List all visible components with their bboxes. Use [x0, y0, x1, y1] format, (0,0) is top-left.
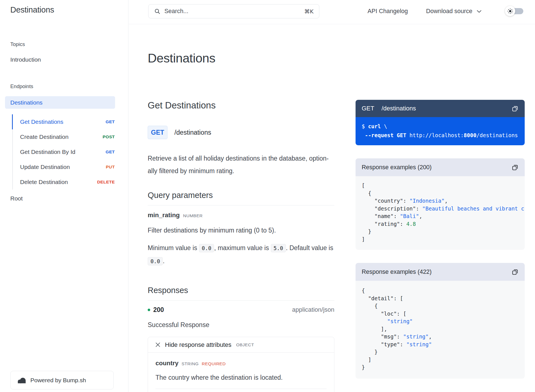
sidebar-api-title: Destinations: [10, 5, 54, 14]
search-bar[interactable]: ⌘K: [148, 4, 319, 18]
response-example-422-header: Response examples (422): [356, 263, 525, 281]
search-shortcut-hint: ⌘K: [304, 8, 313, 15]
method-badge: GET: [106, 149, 115, 154]
max-value-chip: 5.0: [271, 244, 286, 252]
powered-by-bump-link[interactable]: Powered by Bump.sh: [10, 371, 114, 389]
sidebar-item-get-destinations[interactable]: Get Destinations GET: [20, 114, 115, 129]
chevron-down-icon: [477, 10, 481, 13]
operation-endpoint: GET /destinations: [148, 126, 211, 139]
copy-icon[interactable]: [512, 105, 519, 112]
hide-response-attributes-toggle[interactable]: Hide response attributes OBJECT: [148, 337, 334, 353]
sidebar-item-root[interactable]: Root: [10, 195, 23, 202]
attribute-name: country: [155, 360, 179, 367]
attribute-type: STRING: [182, 361, 199, 366]
operation-title: Get Destinations: [148, 100, 216, 111]
section-divider: [148, 205, 334, 205]
method-badge-get: GET: [148, 126, 167, 139]
response-example-200-header: Response examples (200): [356, 158, 525, 176]
download-source-menu[interactable]: Download source: [426, 8, 481, 15]
curl-code-block: $ curl \ --request GET http://localhost:…: [356, 117, 525, 145]
response-example-200-panel: Response examples (200) [ { "country": "…: [356, 158, 525, 250]
attribute-required-badge: REQUIRED: [202, 361, 226, 366]
sidebar-item-update-destination[interactable]: Update Destination PUT: [20, 159, 115, 175]
response-example-200-code: [ { "country": "Indonesia", "description…: [356, 176, 525, 250]
query-parameters-heading: Query parameters: [148, 191, 213, 200]
sidebar-item-get-destination-by-id[interactable]: Get Destination By Id GET: [20, 144, 115, 159]
attribute-country: country STRING REQUIRED The country wher…: [148, 353, 334, 389]
search-icon: [154, 8, 160, 14]
search-input[interactable]: [164, 8, 300, 15]
sidebar-section-endpoints: Endpoints: [10, 83, 33, 89]
sidebar: Destinations Topics Introduction Endpoin…: [0, 0, 128, 392]
sidebar-item-delete-destination[interactable]: Delete Destination DELETE: [20, 175, 115, 190]
sidebar-item-label: Destinations: [10, 99, 43, 106]
sidebar-endpoint-list: Get Destinations GET Create Destination …: [20, 114, 115, 190]
response-example-422-code: { "detail": [ { "loc": [ "string" ], "ms…: [356, 281, 525, 379]
parameter-description: Filter destinations by minimum rating (0…: [148, 227, 276, 234]
curl-example-panel: GET /destinations $ curl \ --request GET…: [356, 100, 525, 145]
schema-type: OBJECT: [236, 342, 254, 347]
responses-heading: Responses: [148, 286, 188, 295]
response-attributes-box: Hide response attributes OBJECT country …: [148, 337, 334, 392]
method-badge: POST: [103, 134, 115, 139]
close-icon: [155, 342, 160, 347]
min-value-chip: 0.0: [199, 244, 214, 252]
sidebar-section-topics: Topics: [10, 41, 25, 47]
operation-description: Retrieve a list of all holiday destinati…: [148, 152, 340, 177]
content-type: application/json: [292, 306, 334, 313]
endpoint-rail-active-indicator: [12, 114, 13, 129]
response-example-422-panel: Response examples (422) { "detail": [ { …: [356, 263, 525, 379]
sidebar-item-destinations[interactable]: Destinations: [5, 96, 115, 109]
section-divider: [148, 300, 334, 301]
sun-icon: [507, 8, 513, 14]
attribute-description: The country where the destination is loc…: [155, 374, 327, 381]
response-description: Successful Response: [148, 321, 209, 329]
page-title: Destinations: [148, 51, 215, 66]
header-divider: [129, 24, 535, 24]
default-value-chip: 0.0: [148, 257, 163, 265]
endpoint-path: /destinations: [174, 129, 211, 136]
theme-toggle[interactable]: [505, 6, 515, 16]
status-success-dot: [148, 309, 150, 311]
parameter-type: NUMBER: [183, 213, 203, 218]
curl-method: GET: [362, 105, 374, 112]
api-changelog-link[interactable]: API Changelog: [368, 8, 408, 15]
copy-icon[interactable]: [512, 164, 519, 171]
bump-logo-icon: [18, 377, 26, 383]
method-badge: PUT: [106, 164, 115, 170]
status-code: 200: [153, 306, 164, 314]
copy-icon[interactable]: [512, 268, 519, 275]
parameter-constraints: Minimum value is 0.0, maximum value is 5…: [148, 241, 337, 268]
method-badge: GET: [106, 119, 115, 124]
sidebar-item-create-destination[interactable]: Create Destination POST: [20, 129, 115, 144]
method-badge: DELETE: [97, 180, 115, 185]
curl-panel-header: GET /destinations: [356, 100, 525, 117]
attribute-divider: [155, 389, 327, 389]
parameter-name: min_rating: [148, 212, 180, 219]
api-docs-page: Destinations Topics Introduction Endpoin…: [0, 0, 535, 392]
curl-path: /destinations: [381, 105, 416, 112]
parameter-min-rating: min_rating NUMBER: [148, 212, 203, 219]
response-status-row: 200 application/json: [148, 306, 334, 314]
powered-by-label: Powered by Bump.sh: [30, 377, 86, 384]
sidebar-item-introduction[interactable]: Introduction: [10, 56, 41, 63]
